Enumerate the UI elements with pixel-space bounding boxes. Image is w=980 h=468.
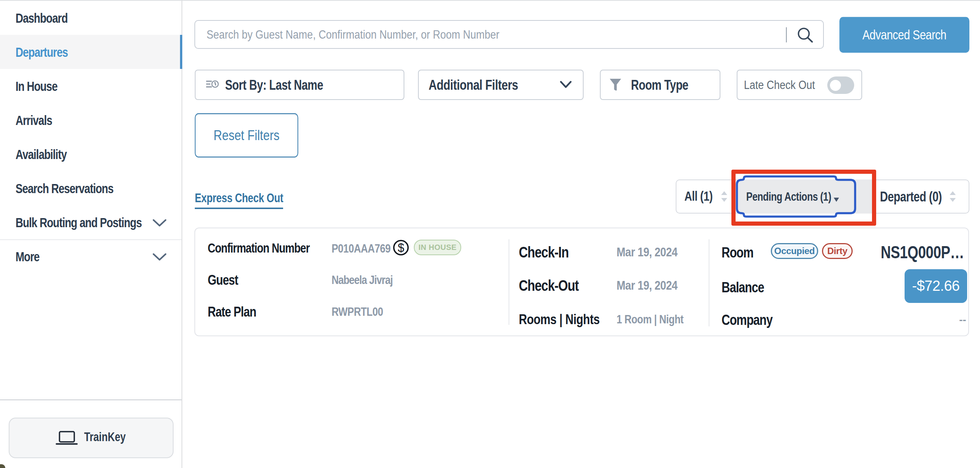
svg-text:$: $: [398, 241, 404, 254]
